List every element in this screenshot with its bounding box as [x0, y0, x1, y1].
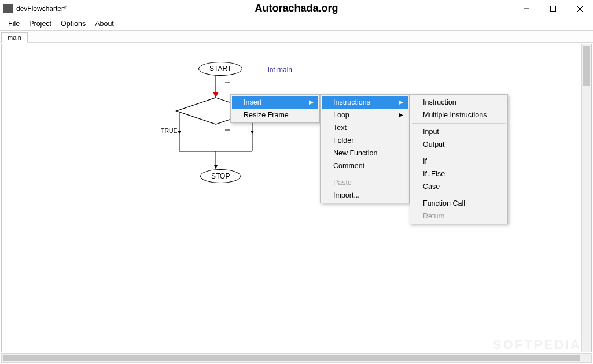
ctx-output-label: Output: [423, 140, 445, 148]
ctx-paste: Paste: [322, 176, 408, 189]
ctx-comment[interactable]: Comment: [322, 159, 408, 172]
context-menu-3: Instruction Multiple Instructions Input …: [410, 94, 508, 224]
maximize-icon: [550, 6, 556, 12]
ctx-if-label: If: [423, 157, 427, 165]
menu-file[interactable]: File: [3, 18, 24, 29]
ctx-return-label: Return: [423, 212, 445, 220]
context-menu-2: Instructions ▶ Loop ▶ Text Folder New Fu…: [320, 94, 410, 203]
ctx-fcall-label: Function Call: [423, 199, 465, 207]
svg-rect-1: [551, 6, 556, 12]
ctx-folder[interactable]: Folder: [322, 134, 408, 147]
ctx-input[interactable]: Input: [411, 125, 506, 138]
menubar: File Project Options About: [0, 17, 593, 30]
maximize-button[interactable]: [540, 0, 566, 17]
ctx-paste-label: Paste: [333, 179, 352, 187]
ctx-resize-frame[interactable]: Resize Frame: [232, 109, 318, 121]
ctx-multi-label: Multiple Instructions: [423, 111, 487, 119]
titlebar: devFlowcharter* Autorachada.org: [0, 0, 593, 17]
horizontal-scroll-thumb[interactable]: [3, 355, 580, 361]
ctx-folder-label: Folder: [333, 136, 353, 144]
window-controls: [513, 0, 593, 17]
ctx-newfunc-label: New Function: [333, 149, 377, 157]
ctx-ifelse-label: If..Else: [423, 170, 445, 178]
vertical-scrollbar[interactable]: [581, 44, 591, 352]
ctx-insert-label: Insert: [244, 98, 261, 106]
ctx-instruction-label: Instruction: [423, 98, 456, 106]
close-icon: [577, 6, 583, 12]
vertical-scroll-thumb[interactable]: [583, 46, 590, 86]
ctx-new-function[interactable]: New Function: [322, 147, 408, 159]
true-branch-label: TRUE: [161, 127, 178, 134]
watermark: SOFTPEDIA: [493, 337, 581, 352]
ctx-case[interactable]: Case: [411, 180, 506, 193]
menu-project[interactable]: Project: [24, 18, 56, 29]
menu-options[interactable]: Options: [56, 18, 90, 29]
ctx-multiple-instructions[interactable]: Multiple Instructions: [411, 109, 506, 121]
window-title: devFlowcharter*: [16, 5, 67, 13]
overlay-brand: Autorachada.org: [0, 2, 593, 14]
start-label: START: [209, 65, 231, 73]
separator: [412, 123, 506, 124]
app-icon: [3, 4, 13, 13]
close-button[interactable]: [566, 0, 593, 17]
minimize-icon: [524, 6, 529, 12]
ctx-import[interactable]: Import...: [322, 189, 408, 202]
submenu-arrow-icon: ▶: [399, 112, 403, 118]
separator: [412, 153, 506, 153]
ctx-instructions[interactable]: Instructions ▶: [322, 96, 408, 109]
submenu-arrow-icon: ▶: [309, 99, 314, 105]
ctx-loop-label: Loop: [333, 111, 349, 119]
ctx-function-call[interactable]: Function Call: [411, 197, 506, 210]
ctx-ifelse[interactable]: If..Else: [411, 168, 506, 180]
flowchart-stop-node[interactable]: STOP: [200, 169, 241, 183]
ctx-if[interactable]: If: [411, 155, 506, 168]
tab-main[interactable]: main: [1, 32, 28, 43]
minimize-button[interactable]: [513, 0, 540, 17]
ctx-input-label: Input: [423, 128, 439, 136]
ctx-comment-label: Comment: [333, 162, 364, 170]
separator: [412, 195, 506, 195]
horizontal-scrollbar[interactable]: [1, 353, 592, 363]
ctx-case-label: Case: [423, 183, 440, 191]
ctx-import-label: Import...: [333, 191, 360, 199]
flowchart-start-node[interactable]: START: [198, 62, 242, 76]
ctx-instructions-label: Instructions: [333, 98, 370, 106]
separator: [322, 174, 407, 174]
submenu-arrow-icon: ▶: [399, 99, 403, 105]
ctx-instruction[interactable]: Instruction: [411, 96, 506, 109]
canvas-container: START int main TRUE STOP Insert ▶ Resize…: [1, 44, 592, 352]
ctx-output[interactable]: Output: [411, 138, 506, 151]
menu-about[interactable]: About: [90, 18, 119, 29]
ctx-insert[interactable]: Insert ▶: [232, 96, 318, 109]
ctx-resize-label: Resize Frame: [244, 111, 289, 119]
flowchart-canvas[interactable]: START int main TRUE STOP Insert ▶ Resize…: [2, 44, 591, 352]
ctx-text[interactable]: Text: [322, 121, 408, 134]
ctx-loop[interactable]: Loop ▶: [322, 109, 408, 121]
stop-label: STOP: [211, 172, 230, 180]
function-signature: int main: [268, 66, 292, 74]
ctx-return: Return: [411, 210, 506, 222]
tabstrip: main: [0, 30, 593, 43]
context-menu-1: Insert ▶ Resize Frame: [230, 94, 320, 123]
ctx-text-label: Text: [333, 124, 347, 132]
